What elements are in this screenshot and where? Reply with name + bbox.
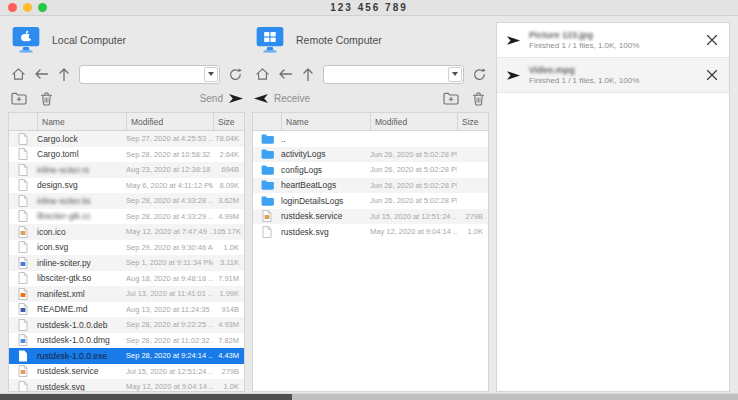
file-row[interactable]: icon.svg Sep 29, 2020 at 9:30:46 AM 1.0K — [9, 240, 244, 256]
file-name: icon.svg — [37, 242, 126, 252]
file-name: inline-sciter.py — [37, 258, 126, 268]
file-name: inline-sciter.rs — [37, 165, 126, 175]
file-size: 3.62M — [213, 196, 244, 205]
file-row[interactable]: activityLogs Jun 26, 2020 at 5:02:28 PM — [253, 147, 488, 163]
file-row[interactable]: design.svg May 6, 2020 at 4:11:12 PM 8.0… — [9, 178, 244, 194]
column-header-modified[interactable]: Modified — [126, 113, 213, 130]
file-row[interactable]: Cargo.toml Sep 28, 2020 at 10:58:32 ... … — [9, 147, 244, 163]
file-modified: May 12, 2020 at 7:47:49 ... — [126, 227, 213, 236]
file-name: .. — [281, 134, 370, 144]
file-name: rustdesk-1.0.0.dmg — [37, 335, 126, 345]
file-row[interactable]: loginDetailsLogs Jun 26, 2020 at 5:02:28… — [253, 193, 488, 209]
local-file-rows: Cargo.lock Sep 27, 2020 at 4:25:53 ... 7… — [9, 131, 244, 392]
file-size: 1.0K — [213, 382, 244, 391]
file-modified: Sep 27, 2020 at 4:25:53 ... — [126, 134, 213, 143]
column-header-name[interactable]: Name — [37, 113, 126, 130]
up-icon[interactable] — [54, 64, 74, 84]
file-name: heartBeatLogs — [281, 180, 370, 190]
file-row[interactable]: rustdesk-1.0.0.dmg Sep 28, 2020 at 11:02… — [9, 333, 244, 349]
refresh-icon[interactable] — [225, 64, 245, 84]
scrollbar-thumb[interactable] — [0, 394, 292, 400]
transfer-job[interactable]: Picture 123.jpg Finished 1 / 1 files, 1.… — [497, 23, 729, 58]
transfer-job[interactable]: Video.mpg Finished 1 / 1 files, 1.0K, 10… — [497, 58, 729, 93]
remote-file-table: Name Modified Size .. activityLogs Jun 2… — [252, 112, 489, 392]
file-size: 1.0K — [213, 243, 244, 252]
file-row[interactable]: icon.ico May 12, 2020 at 7:47:49 ... 105… — [9, 224, 244, 240]
send-button[interactable]: Send — [200, 93, 244, 104]
minimize-window-button[interactable] — [23, 3, 32, 12]
rustdesk-file-transfer-window: 123 456 789 — [0, 0, 738, 400]
file-row[interactable]: rustdesk-1.0.0.deb Sep 28, 2020 at 9:22:… — [9, 317, 244, 333]
file-row[interactable]: rustdesk.svg May 12, 2020 at 9:04:14 ...… — [9, 379, 244, 392]
file-row[interactable]: inline-sciter.py Sep 1, 2020 at 9:11:34 … — [9, 255, 244, 271]
folder-icon — [253, 134, 281, 144]
file-row[interactable]: libsciter-gtk.cc Sep 28, 2020 at 4:33:29… — [9, 209, 244, 225]
doc-file-icon — [9, 133, 37, 145]
home-icon[interactable] — [252, 64, 272, 84]
file-name: rustdesk.svg — [281, 227, 370, 237]
file-row[interactable]: inline-sciter.tis Sep 28, 2020 at 4:33:2… — [9, 193, 244, 209]
up-icon[interactable] — [298, 64, 318, 84]
doc-file-icon — [9, 148, 37, 160]
close-icon[interactable] — [705, 68, 719, 82]
image-file-icon — [9, 365, 37, 377]
file-modified: Jul 13, 2020 at 11:41:01 ... — [126, 289, 213, 298]
trash-icon[interactable] — [36, 89, 56, 109]
new-folder-icon[interactable] — [9, 89, 29, 109]
file-name: rustdesk.service — [37, 366, 126, 376]
file-row[interactable]: .. — [253, 131, 488, 147]
zoom-window-button[interactable] — [38, 3, 47, 12]
python-file-icon — [9, 257, 37, 269]
file-modified: Sep 1, 2020 at 9:11:34 PM — [126, 258, 213, 267]
trash-icon[interactable] — [468, 89, 488, 109]
file-name: rustdesk.service — [281, 211, 370, 221]
home-icon[interactable] — [8, 64, 28, 84]
new-folder-icon[interactable] — [441, 89, 461, 109]
job-status: Finished 1 / 1 files, 1.0K, 100% — [529, 76, 639, 85]
file-modified: Sep 29, 2020 at 9:30:46 AM — [126, 243, 213, 252]
horizontal-scrollbar[interactable] — [0, 393, 738, 400]
local-address-dropdown-button[interactable] — [204, 67, 218, 82]
file-name: design.svg — [37, 180, 126, 190]
white-doc-file-icon — [9, 350, 37, 362]
receive-button[interactable]: Receive — [253, 93, 310, 104]
file-row[interactable]: inline-sciter.rs Aug 23, 2020 at 12:38:1… — [9, 162, 244, 178]
traffic-lights — [8, 3, 47, 12]
file-size: 7.82M — [213, 336, 244, 345]
file-row[interactable]: libsciter-gtk.so Aug 18, 2020 at 9:48:18… — [9, 271, 244, 287]
doc-file-icon — [9, 179, 37, 191]
column-header-modified[interactable]: Modified — [370, 113, 457, 130]
file-name: manifest.xml — [37, 289, 126, 299]
file-row[interactable]: rustdesk.svg May 12, 2020 at 9:04:14 ...… — [253, 224, 488, 240]
column-header-name[interactable]: Name — [281, 113, 370, 130]
local-address-input[interactable] — [80, 66, 204, 83]
file-modified: May 6, 2020 at 4:11:12 PM — [126, 181, 213, 190]
file-row[interactable]: Cargo.lock Sep 27, 2020 at 4:25:53 ... 7… — [9, 131, 244, 147]
column-header-size[interactable]: Size — [457, 113, 488, 130]
file-row[interactable]: rustdesk.service Jul 15, 2020 at 12:51:2… — [253, 209, 488, 225]
close-window-button[interactable] — [8, 3, 17, 12]
chevron-down-icon — [208, 72, 214, 76]
file-row[interactable]: configLogs Jun 26, 2020 at 5:02:28 PM — [253, 162, 488, 178]
refresh-icon[interactable] — [469, 64, 489, 84]
remote-address-input[interactable] — [324, 66, 448, 83]
back-icon[interactable] — [31, 64, 51, 84]
back-icon[interactable] — [275, 64, 295, 84]
file-size: 4.93M — [213, 320, 244, 329]
file-row[interactable]: rustdesk.service Jul 15, 2020 at 12:51:2… — [9, 364, 244, 380]
file-name: activityLogs — [281, 149, 370, 159]
send-arrow-icon — [228, 93, 244, 104]
doc-file-icon — [9, 381, 37, 392]
file-row[interactable]: rustdesk-1.0.0.exe Sep 28, 2020 at 9:24:… — [9, 348, 244, 364]
file-modified: Sep 28, 2020 at 9:22:25 ... — [126, 320, 213, 329]
job-file-name: Picture 123.jpg — [529, 30, 639, 40]
file-row[interactable]: manifest.xml Jul 13, 2020 at 11:41:01 ..… — [9, 286, 244, 302]
file-row[interactable]: README.md Aug 13, 2020 at 11:24:35 ... 9… — [9, 302, 244, 318]
file-row[interactable]: heartBeatLogs Jun 26, 2020 at 5:02:28 PM — [253, 178, 488, 194]
close-icon[interactable] — [705, 33, 719, 47]
remote-address-dropdown-button[interactable] — [448, 67, 462, 82]
image-file-icon — [9, 226, 37, 238]
receive-arrow-icon — [253, 93, 269, 104]
local-toolbar — [8, 63, 245, 85]
column-header-size[interactable]: Size — [213, 113, 244, 130]
